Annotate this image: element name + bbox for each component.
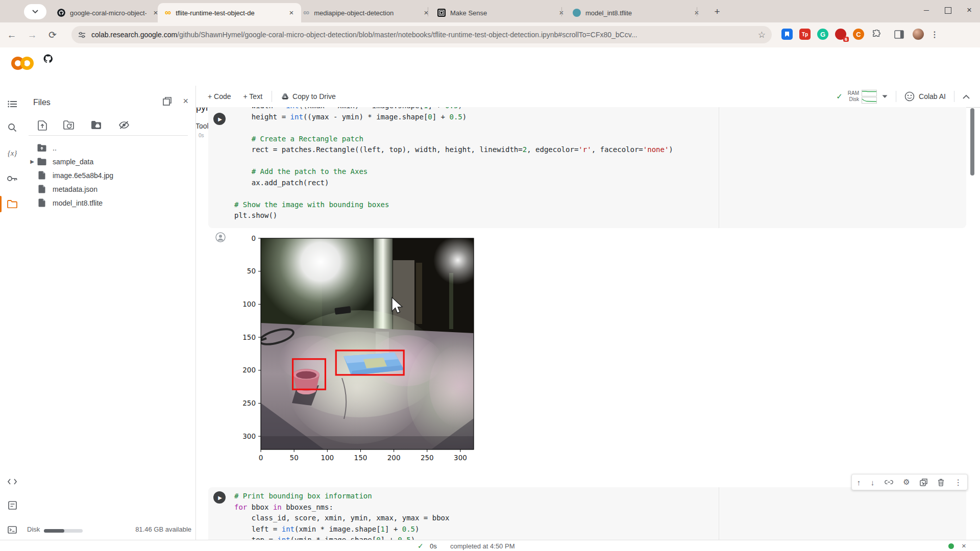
copy-link-icon[interactable] (885, 480, 893, 485)
collapse-toolbar-chevron-icon[interactable] (963, 94, 970, 99)
mirror-cell-icon[interactable] (920, 479, 927, 486)
camera-photo (257, 232, 480, 452)
github-icon (57, 9, 65, 17)
tab-label: model_int8.tflite (585, 9, 632, 17)
side-panel-icon[interactable] (893, 29, 904, 40)
code-cell-1[interactable]: ▶ width = int((xmax - xmin) * image.shap… (208, 107, 966, 228)
file-row-metadata[interactable]: metadata.json (24, 182, 195, 196)
code-editor[interactable]: width = int((xmax - xmin) * image.shape[… (234, 107, 673, 221)
tab-search-button[interactable] (24, 4, 46, 19)
connected-check-icon: ✓ (836, 92, 843, 101)
extension-badge: 6 (843, 37, 849, 42)
search-icon[interactable] (0, 117, 24, 138)
status-green-dot (948, 543, 954, 549)
tab-close-icon[interactable]: × (422, 8, 431, 17)
colab-ai-button[interactable]: Colab AI (904, 91, 946, 102)
tab-make-sense[interactable]: Make Sense × (430, 3, 571, 22)
tab-model-tflite[interactable]: model_int8.tflite × (566, 3, 706, 22)
notebook-scrollbar[interactable] (970, 108, 974, 176)
delete-cell-trash-icon[interactable] (938, 479, 944, 486)
tab-colab-mediapipe[interactable]: ∞ mediapipe-object-detection × (296, 3, 436, 22)
browser-profile-avatar[interactable] (913, 29, 924, 40)
colab-header: tflite-runtime-test-object-detection.ipy… (0, 47, 980, 86)
colab-ai-face-icon (904, 91, 915, 102)
upload-file-icon[interactable] (38, 120, 47, 131)
run-cell-button[interactable]: ▶ (213, 491, 226, 504)
open-files-in-tab-icon[interactable] (163, 97, 172, 106)
back-button[interactable]: ← (3, 27, 20, 44)
tab-close-icon[interactable]: × (287, 8, 296, 17)
extensions-puzzle-icon[interactable] (871, 29, 882, 40)
extension-red-icon[interactable]: 6 (835, 29, 846, 40)
window-close-button[interactable]: × (959, 0, 980, 20)
reload-button[interactable]: ⟳ (44, 27, 61, 44)
cell-toolbar: ↑ ↓ ⚙ ⋮ (851, 474, 968, 490)
file-row-parent-dir[interactable]: .. (24, 141, 195, 155)
new-tab-button[interactable]: + (710, 5, 724, 18)
colab-logo (11, 56, 34, 71)
svg-text:50: 50 (247, 267, 256, 275)
colab-gray-icon: ∞ (303, 8, 309, 18)
refresh-folder-icon[interactable] (63, 120, 75, 130)
add-text-button[interactable]: + Text (237, 89, 269, 104)
extension-c-icon[interactable]: C (853, 29, 864, 40)
expand-arrow-icon[interactable]: ▶ (28, 159, 37, 164)
cell-exec-time: 0s (199, 133, 204, 138)
close-files-panel-icon[interactable]: × (183, 97, 188, 106)
browser-menu-kebab-icon[interactable]: ⋮ (929, 29, 940, 40)
file-icon (38, 185, 45, 193)
url-text[interactable]: colab.research.google.com/github/ShawnHy… (91, 31, 754, 39)
variables-icon[interactable]: {x} (0, 143, 24, 163)
file-row-image[interactable]: image.6e5a8b4.jpg (24, 168, 195, 182)
tab-label: google-coral-micro-object-d (70, 9, 146, 17)
file-label: .. (53, 144, 57, 152)
mount-drive-icon[interactable] (91, 120, 102, 130)
code-editor[interactable]: # Print bounding box informationfor bbox… (234, 491, 449, 540)
secrets-key-icon[interactable] (0, 168, 24, 189)
add-code-button[interactable]: + Code (202, 89, 237, 104)
move-cell-up-icon[interactable]: ↑ (857, 478, 861, 487)
move-cell-down-icon[interactable]: ↓ (871, 478, 875, 487)
resources-dropdown-icon[interactable] (882, 95, 888, 98)
code-snippets-icon[interactable] (0, 471, 24, 492)
run-cell-button[interactable]: ▶ (213, 113, 226, 125)
folder-icon (37, 158, 46, 165)
files-folder-icon[interactable] (0, 194, 24, 214)
output-owner-avatar-icon (215, 232, 226, 242)
file-icon (38, 171, 45, 180)
files-panel-title: Files (33, 98, 51, 107)
site-settings-icon[interactable] (78, 31, 86, 39)
ram-disk-indicator[interactable]: RAMDisk (848, 90, 877, 104)
table-of-contents-icon[interactable] (0, 94, 24, 114)
tab-label: tflite-runtime-test-object-de (176, 9, 255, 17)
tab-colab-active[interactable]: ∞ tflite-runtime-test-object-de × (158, 3, 301, 22)
screen: google-coral-micro-object-d × ∞ tflite-r… (0, 0, 980, 551)
bookmark-star-icon[interactable]: ☆ (758, 30, 766, 40)
tflite-file-icon (573, 9, 581, 17)
code-cell-2[interactable]: ▶ # Print bounding box informationfor bb… (208, 487, 966, 540)
address-bar[interactable]: colab.research.google.com/github/ShawnHy… (71, 26, 772, 43)
svg-text:150: 150 (242, 333, 256, 341)
matplotlib-output-figure: 050100150200250300050100150200250300 (235, 232, 480, 472)
command-palette-icon[interactable] (0, 495, 24, 515)
copy-to-drive-button[interactable]: Copy to Drive (275, 89, 342, 104)
hide-hidden-files-eye-icon[interactable] (118, 120, 130, 130)
extension-grammarly-icon[interactable]: G (817, 29, 828, 40)
window-maximize-button[interactable] (937, 0, 959, 20)
terminal-icon[interactable] (0, 519, 24, 540)
file-row-sample-data[interactable]: ▶ sample_data (24, 155, 195, 168)
folder-up-icon (37, 144, 46, 152)
svg-text:50: 50 (290, 454, 299, 462)
window-minimize-button[interactable]: ─ (916, 0, 937, 20)
cell-menu-kebab-icon[interactable]: ⋮ (954, 478, 962, 487)
extension-blue-icon[interactable] (781, 29, 793, 40)
tab-github-repo[interactable]: google-coral-micro-object-d × (50, 3, 165, 22)
file-row-model[interactable]: model_int8.tflite (24, 196, 195, 210)
chevron-down-icon (32, 10, 38, 14)
status-close-icon[interactable]: × (962, 541, 966, 550)
extension-tp-icon[interactable]: Tp (799, 29, 811, 40)
cell-settings-gear-icon[interactable]: ⚙ (903, 478, 910, 487)
forward-button[interactable]: → (23, 27, 41, 44)
cell-executed-check-icon: ✓ (199, 123, 204, 131)
svg-text:300: 300 (454, 454, 467, 462)
